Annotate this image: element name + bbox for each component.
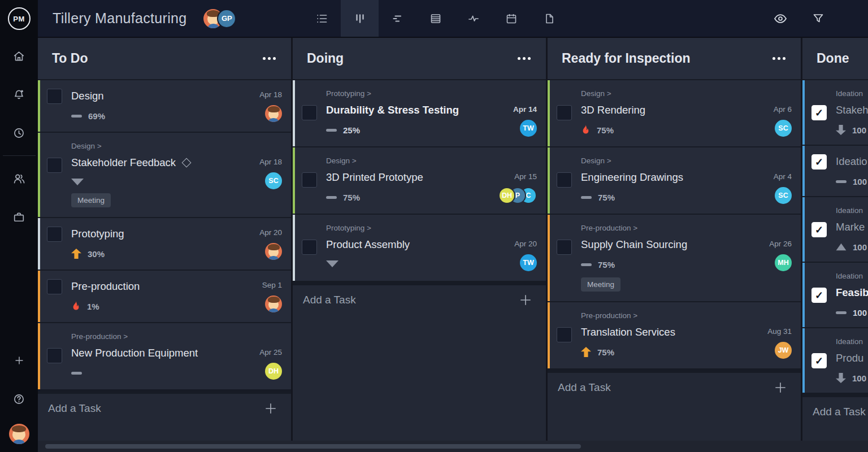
task-checkbox[interactable] [302, 172, 317, 188]
task-card[interactable]: Design >Engineering Drawings75%Apr 4SC [548, 147, 801, 214]
tab-sheet-view[interactable] [416, 0, 454, 37]
column-bottom: Add a Task [548, 373, 801, 452]
card-breadcrumb[interactable]: Design > [71, 142, 245, 150]
card-breadcrumb[interactable]: Ideation [836, 206, 868, 215]
card-breadcrumb[interactable]: Prototyping > [326, 224, 500, 232]
add-task-button[interactable]: Add a Task [548, 373, 801, 402]
card-title: 3D Rendering [581, 104, 645, 116]
task-card[interactable]: Prototyping >Product AssemblyApr 20TW [293, 215, 546, 281]
add-task-button[interactable]: Add a Task [293, 285, 546, 315]
task-card[interactable]: Design >3D Rendering75%Apr 6SC [548, 80, 801, 146]
progress-percent: 100 [852, 125, 866, 135]
task-card[interactable]: Design69%Apr 18 [38, 80, 291, 132]
sidebar-item-recent[interactable] [0, 114, 38, 152]
card-title-row: Pre-production [71, 279, 245, 294]
task-card[interactable]: Pre-production >New Production Equipment… [38, 323, 291, 389]
task-card[interactable]: Prototyping >Durability & Stress Testing… [293, 80, 546, 146]
task-card[interactable]: ✓IdeationStakeh100 [802, 80, 868, 145]
card-title: Pre-production [71, 280, 140, 293]
task-card[interactable]: ✓Ideatio100 [802, 146, 868, 196]
card-breadcrumb[interactable]: Ideation [836, 337, 868, 346]
due-date: Apr 18 [259, 158, 282, 166]
card-content: Design >3D Rendering75% [581, 89, 754, 137]
tag-badge: Meeting [581, 277, 620, 292]
card-meta: Sep 1 [245, 279, 282, 312]
card-breadcrumb[interactable]: Pre-production > [581, 311, 754, 320]
tab-activity-view[interactable] [454, 0, 492, 37]
task-checkbox[interactable] [557, 172, 572, 188]
card-breadcrumb[interactable]: Ideation [836, 272, 868, 280]
task-card[interactable]: Prototyping30%Apr 20 [38, 218, 291, 270]
task-checkbox[interactable] [47, 158, 62, 173]
task-card[interactable]: ✓IdeationProdu100 [802, 328, 868, 393]
task-checkbox[interactable] [302, 105, 317, 120]
task-card[interactable]: Design >3D Printed Prototype75%Apr 15DHP… [293, 147, 546, 214]
column-menu-icon[interactable] [772, 54, 785, 63]
due-date: Apr 18 [259, 90, 282, 99]
topbar-avatar[interactable]: GP [217, 9, 236, 28]
user-avatar[interactable] [9, 424, 29, 444]
task-card[interactable]: Design >Stakeholder FeedbackMeetingApr 1… [38, 133, 291, 217]
card-breadcrumb[interactable]: Ideation [836, 89, 868, 98]
sidebar-user-avatar[interactable] [9, 424, 29, 444]
task-card[interactable]: Pre-production >Translation Services75%A… [548, 302, 801, 368]
add-task-button[interactable]: Add a Task [802, 397, 868, 427]
tab-files-view[interactable] [530, 0, 568, 37]
project-members[interactable]: GP [203, 0, 236, 37]
assignee-avatars: MH [775, 254, 792, 271]
trend-flat-icon [836, 311, 847, 314]
task-checkbox[interactable] [47, 227, 62, 242]
card-breadcrumb[interactable]: Design > [326, 157, 500, 165]
task-card[interactable]: ✓IdeationFeasib100 [802, 263, 868, 327]
tab-board-view[interactable] [341, 0, 379, 37]
plus-icon [773, 380, 788, 395]
task-checkbox[interactable]: ✓ [811, 105, 827, 120]
task-checkbox[interactable] [47, 279, 62, 294]
column-menu-icon[interactable] [518, 54, 531, 63]
sidebar-item-home[interactable] [0, 37, 38, 75]
sidebar-item-help[interactable] [0, 380, 38, 418]
task-checkbox[interactable]: ✓ [811, 222, 827, 237]
sidebar-item-add[interactable] [0, 341, 38, 380]
portfolio-icon [12, 210, 26, 224]
card-title: New Production Equipment [71, 347, 198, 359]
visibility-icon[interactable] [773, 11, 788, 26]
sidebar-item-team[interactable] [0, 159, 38, 198]
task-checkbox[interactable]: ✓ [811, 353, 827, 368]
horizontal-scrollbar-thumb[interactable] [45, 444, 581, 449]
tab-gantt-view[interactable] [379, 0, 416, 37]
card-progress: 69% [71, 111, 245, 121]
task-checkbox[interactable] [557, 240, 572, 255]
card-breadcrumb[interactable]: Design > [581, 89, 754, 98]
expand-caret-icon[interactable] [326, 260, 338, 267]
horizontal-scrollbar-track[interactable] [38, 441, 868, 452]
assignee-avatars [265, 105, 282, 122]
column-menu-icon[interactable] [263, 54, 276, 63]
add-task-button[interactable]: Add a Task [38, 394, 291, 423]
card-breadcrumb[interactable]: Prototyping > [326, 89, 500, 98]
task-checkbox[interactable] [47, 89, 62, 104]
card-breadcrumb[interactable]: Pre-production > [71, 332, 245, 341]
card-title: Marke [836, 221, 865, 233]
activity-view-icon [467, 12, 480, 25]
task-card[interactable]: Pre-production >Supply Chain Sourcing75%… [548, 215, 801, 301]
task-card[interactable]: Pre-production1%Sep 1 [38, 271, 291, 322]
task-checkbox[interactable] [557, 105, 572, 120]
card-breadcrumb[interactable]: Pre-production > [581, 224, 754, 232]
tab-list-view[interactable] [303, 0, 341, 37]
task-checkbox[interactable]: ✓ [811, 154, 827, 169]
card-content: IdeationMarke100 [836, 206, 868, 252]
sidebar-item-notifications[interactable] [0, 75, 38, 114]
task-checkbox[interactable] [302, 240, 317, 255]
task-checkbox[interactable] [557, 327, 572, 342]
task-card[interactable]: ✓IdeationMarke100 [802, 197, 868, 262]
add-task-label: Add a Task [303, 294, 356, 306]
task-checkbox[interactable] [47, 348, 62, 363]
filter-icon[interactable] [811, 12, 825, 25]
card-breadcrumb[interactable]: Design > [581, 157, 754, 165]
expand-caret-icon[interactable] [71, 179, 84, 185]
task-checkbox[interactable]: ✓ [811, 288, 827, 303]
tab-calendar-view[interactable] [492, 0, 530, 37]
card-title-row: Engineering Drawings [581, 170, 754, 185]
sidebar-item-portfolio[interactable] [0, 198, 38, 236]
